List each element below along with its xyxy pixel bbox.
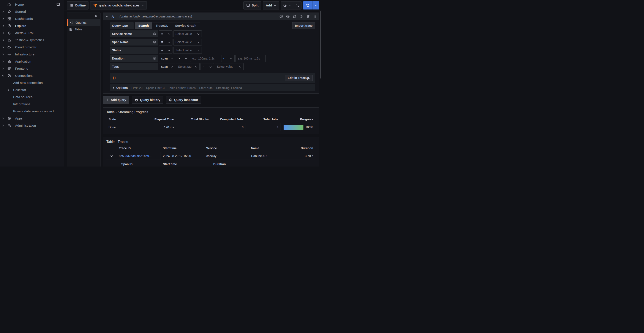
outline-item-table[interactable]: Table [67,26,100,32]
sidebar-item-cloud-provider[interactable]: Cloud provider [0,43,64,51]
dashboards-icon [7,16,12,21]
sidebar-item-infrastructure[interactable]: Infrastructure [0,51,64,58]
info-icon[interactable] [153,40,156,43]
sidebar-item-integrations[interactable]: Integrations [0,100,64,108]
span-name-operator-select[interactable]: = [159,39,172,45]
refresh-interval-dropdown[interactable] [312,1,319,9]
dock-menu-icon[interactable] [56,2,60,6]
split-button[interactable]: Split [244,1,261,9]
chevron-right-icon[interactable] [2,67,5,70]
column-header-span-id[interactable]: Span ID [119,162,161,166]
chevron-right-icon[interactable] [2,10,5,13]
datasource-picker[interactable]: grafanacloud-danube-traces [90,1,147,9]
duration-scope-select[interactable]: span [159,55,175,62]
add-query-button[interactable]: Add query [103,96,129,103]
query-inspector-button[interactable]: Query inspector [166,96,201,103]
chevron-right-icon[interactable] [2,39,5,41]
column-header-total-blocks[interactable]: Total Blocks [176,116,211,123]
service-name-value-select[interactable]: Select value [173,30,202,37]
column-header-duration[interactable]: Duration [294,146,315,152]
sidebar-item-explore[interactable]: Explore [0,22,64,29]
disable-query-icon[interactable] [286,15,290,18]
duration-min-input[interactable] [190,55,220,62]
info-icon[interactable] [153,57,156,60]
drag-handle-icon[interactable] [313,15,316,18]
progress-label: 100% [306,125,313,129]
column-header-start-time[interactable]: Start time [160,146,204,152]
query-history-button[interactable]: Query history [132,96,163,103]
sidebar-item-private-data-source-connect[interactable]: Private data source connect [0,108,64,115]
query-type-service-graph[interactable]: Service Graph [172,22,200,29]
sidebar-item-administration[interactable]: Administration [0,122,64,129]
info-icon[interactable] [153,32,156,35]
chevron-right-icon[interactable] [2,117,5,120]
hide-response-eye-icon[interactable] [300,15,303,18]
add-dropdown-button[interactable]: Add [263,1,279,9]
column-header-elapsed-time[interactable]: Elapsed Time [141,116,176,123]
chevron-down-icon[interactable] [106,15,108,18]
tags-value-select[interactable]: Select value [215,63,244,70]
import-trace-button[interactable]: Import trace [292,22,315,29]
sidebar-item-add-new-connection[interactable]: Add new connection [0,79,64,86]
query-editor-header[interactable]: A (grafanacloud-mariapruebacosasunavezma… [103,13,319,20]
sidebar-item-application[interactable]: Application [0,58,64,65]
status-value-select[interactable]: Select value [173,47,202,54]
chevron-right-icon[interactable] [2,60,5,63]
remove-query-trash-icon[interactable] [306,15,310,18]
sidebar-item-testing-synthetics[interactable]: Testing & synthetics [0,36,64,43]
chevron-right-icon[interactable] [2,32,5,34]
cloud-icon [7,45,12,49]
tags-scope-select[interactable]: span [159,63,175,70]
copy-query-icon[interactable] [293,15,296,18]
sidebar-item-alerts-irm[interactable]: Alerts & IRM [0,29,64,36]
sidebar-item-collector[interactable]: Collector [0,86,64,93]
sidebar-item-apps[interactable]: Apps [0,115,64,122]
query-type-traceql[interactable]: TraceQL [152,22,172,29]
sidebar-item-connections[interactable]: Connections [0,72,64,79]
sidebar-item-frontend[interactable]: Frontend [0,65,64,72]
help-icon[interactable] [280,15,283,18]
chevron-right-icon[interactable] [2,124,5,127]
collapse-outline-icon[interactable] [95,14,98,18]
streaming-progress-panel: Table - Streaming Progress State Elapsed… [103,107,319,134]
status-operator-select[interactable]: = [159,47,172,54]
tags-operator-select[interactable]: = [200,63,214,70]
outline-button[interactable]: Outline [67,1,88,9]
chevron-right-icon[interactable] [2,46,5,48]
column-header-span-duration[interactable]: Duration [204,162,228,166]
vertical-scrollbar[interactable] [320,11,321,78]
sidebar-item-dashboards[interactable]: Dashboards [0,15,64,22]
column-header-name[interactable]: Name [249,146,294,152]
column-header-state[interactable]: State [106,116,141,123]
options-collapsible[interactable]: Options Limit: 20 Spans Limit: 3 Table F… [110,84,315,91]
sidebar-item-starred[interactable]: Starred [0,8,64,15]
trace-id-link[interactable]: 8c5333253b09551bb9... [119,154,152,158]
column-header-total-jobs[interactable]: Total Jobs [246,116,280,123]
span-name-value-select[interactable]: Select value [173,39,202,45]
sidebar-item-data-sources[interactable]: Data sources [0,93,64,100]
column-header-trace-id[interactable]: Trace ID [117,146,160,152]
column-header-completed-jobs[interactable]: Completed Jobs [211,116,246,123]
duration-max-input[interactable] [236,55,266,62]
refresh-button[interactable] [303,1,312,9]
column-header-service[interactable]: Service [204,146,249,152]
query-type-search[interactable]: Search [135,22,152,29]
time-range-picker[interactable] [281,1,293,9]
row-expander[interactable] [106,152,117,160]
chevron-right-icon[interactable] [2,24,5,27]
duration-min-operator-select[interactable]: > [176,55,189,62]
tags-tag-select[interactable]: Select tag [176,63,200,70]
chevron-down-icon[interactable] [2,74,5,77]
chevron-right-icon[interactable] [7,89,10,91]
query-type-label: Query type [110,22,134,29]
column-header-progress[interactable]: Progress [280,116,315,123]
chevron-right-icon[interactable] [2,17,5,20]
service-name-operator-select[interactable]: = [159,30,172,37]
chevron-right-icon[interactable] [2,53,5,56]
sidebar-item-home[interactable]: Home [0,1,64,8]
edit-in-traceql-button[interactable]: Edit in TraceQL [285,75,313,81]
duration-max-operator-select[interactable]: < [221,55,234,62]
time-zoom-out-button[interactable] [293,1,301,9]
outline-item-queries[interactable]: Queries [67,19,100,26]
column-header-span-start-time[interactable]: Start time [161,162,204,166]
